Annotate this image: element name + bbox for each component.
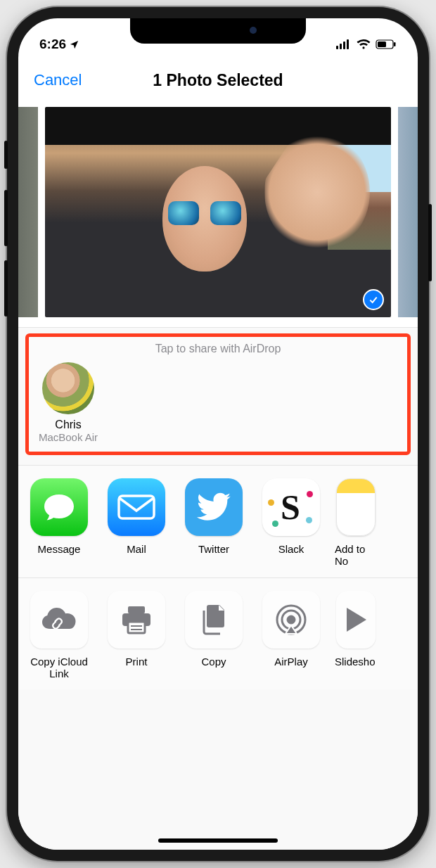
action-copy[interactable]: Copy xyxy=(180,591,248,680)
wifi-icon xyxy=(357,39,371,49)
play-icon xyxy=(336,591,376,649)
svg-rect-7 xyxy=(119,496,154,518)
share-twitter[interactable]: Twitter xyxy=(180,478,248,568)
notch xyxy=(130,18,306,44)
battery-icon xyxy=(376,39,397,49)
share-message[interactable]: Message xyxy=(25,478,93,568)
svg-rect-6 xyxy=(394,42,396,46)
svg-rect-0 xyxy=(336,46,338,49)
share-apps-row[interactable]: Message Mail Twitter xyxy=(18,465,418,577)
action-slideshow[interactable]: Slidesho xyxy=(335,591,377,680)
airdrop-target[interactable]: Chris MacBook Air xyxy=(36,362,101,443)
airplay-icon xyxy=(262,591,320,649)
status-time: 6:26 xyxy=(39,37,66,52)
next-photo-thumbnail[interactable] xyxy=(398,107,418,317)
twitter-icon xyxy=(185,478,243,536)
svg-rect-2 xyxy=(343,42,345,49)
photo-strip[interactable] xyxy=(18,103,418,328)
cellular-signal-icon xyxy=(336,39,352,49)
airdrop-target-avatar xyxy=(42,362,94,414)
cloud-link-icon xyxy=(30,591,88,649)
notes-icon xyxy=(336,478,376,536)
svg-rect-8 xyxy=(128,606,145,613)
selected-check-icon xyxy=(363,289,384,310)
airdrop-target-device: MacBook Air xyxy=(36,431,101,443)
airdrop-prompt: Tap to share with AirDrop xyxy=(36,343,400,355)
nav-bar: Cancel 1 Photo Selected xyxy=(18,58,418,103)
share-actions-row[interactable]: Copy iCloud Link Print Copy xyxy=(18,577,418,690)
selected-photo-thumbnail[interactable] xyxy=(45,107,391,317)
svg-rect-10 xyxy=(128,622,145,633)
cancel-button[interactable]: Cancel xyxy=(34,71,82,89)
airdrop-section: Tap to share with AirDrop Chris MacBook … xyxy=(25,333,411,455)
svg-rect-3 xyxy=(347,39,349,49)
share-mail[interactable]: Mail xyxy=(103,478,170,568)
action-airplay[interactable]: AirPlay xyxy=(257,591,325,680)
iphone-device-frame: 6:26 Cancel 1 Photo Selected xyxy=(7,7,429,861)
printer-icon xyxy=(108,591,165,649)
prev-photo-thumbnail[interactable] xyxy=(18,107,38,317)
home-indicator[interactable] xyxy=(158,838,278,843)
airdrop-target-name: Chris xyxy=(36,419,101,431)
slack-icon: S xyxy=(262,478,320,536)
page-title: 1 Photo Selected xyxy=(153,71,283,90)
action-copy-icloud-link[interactable]: Copy iCloud Link xyxy=(25,591,93,680)
svg-rect-1 xyxy=(340,44,342,49)
mail-icon xyxy=(108,478,165,536)
location-services-icon xyxy=(69,39,79,50)
action-print[interactable]: Print xyxy=(103,591,170,680)
message-icon xyxy=(30,478,88,536)
svg-point-15 xyxy=(287,615,295,624)
share-slack[interactable]: S Slack xyxy=(257,478,325,568)
screen: 6:26 Cancel 1 Photo Selected xyxy=(18,18,418,850)
svg-rect-5 xyxy=(378,42,386,47)
copy-icon xyxy=(185,591,243,649)
share-notes[interactable]: Add to No xyxy=(335,478,377,568)
